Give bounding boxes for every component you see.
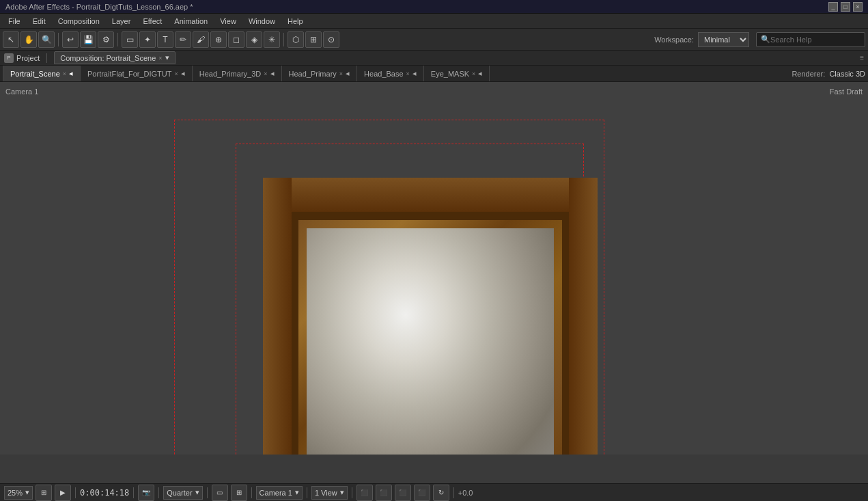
rotate-btn[interactable]: ↻ <box>433 485 449 501</box>
clone-tool[interactable]: ⊕ <box>210 31 227 48</box>
renderer-value: Classic 3D <box>829 70 865 78</box>
tab-chevron-icon[interactable]: ◂ <box>478 69 482 78</box>
menu-bar: File Edit Composition Layer Effect Anima… <box>0 14 868 29</box>
search-input[interactable] <box>770 36 859 44</box>
close-button[interactable]: × <box>853 2 863 12</box>
status-sep-8 <box>453 487 454 498</box>
undo-tool[interactable]: ↩ <box>62 31 79 48</box>
camera-orbit-tool[interactable]: ⊙ <box>323 31 339 48</box>
col-btn-2[interactable]: ⬛ <box>376 485 392 501</box>
renderer-label: Renderer: <box>792 70 829 78</box>
chevron-icon[interactable]: ▾ <box>165 53 169 62</box>
camera-chevron-icon: ▾ <box>295 488 299 497</box>
toolbar: ↖ ✋ 🔍 ↩ 💾 ⚙ ▭ ✦ T ✏ 🖌 ⊕ ◻ ◈ ✳ ⬡ ⊞ ⊙ Work… <box>0 29 868 51</box>
tab-chevron-icon[interactable]: ◂ <box>270 69 275 78</box>
menu-effect[interactable]: Effect <box>137 16 167 27</box>
3d-box-tool[interactable]: ⬡ <box>288 31 304 48</box>
menu-view[interactable]: View <box>214 16 242 27</box>
preview-btn[interactable]: ▶ <box>55 485 71 501</box>
tab-chevron-icon[interactable]: ◂ <box>412 69 417 78</box>
resolution-dropdown[interactable]: Quarter ▾ <box>163 486 202 500</box>
hand-tool[interactable]: ✋ <box>20 31 37 48</box>
menu-animation[interactable]: Animation <box>169 16 213 27</box>
tab-chevron-icon[interactable]: ◂ <box>346 69 350 78</box>
wooden-frame <box>263 178 598 455</box>
menu-edit[interactable]: Edit <box>27 16 51 27</box>
status-sep-7 <box>352 487 352 498</box>
tab-close-icon[interactable]: × <box>264 70 267 77</box>
region-btn[interactable]: ▭ <box>212 485 228 501</box>
close-tab-icon[interactable]: × <box>158 55 162 62</box>
app-title: Adobe After Effects - Portrait_DigtTuts_… <box>5 3 828 11</box>
resolution-value: Quarter <box>167 489 192 497</box>
comp-tab-head-primary[interactable]: Head_Primary × ◂ <box>282 66 358 81</box>
pen-tool[interactable]: ✏ <box>175 31 191 48</box>
camera-icon-btn[interactable]: 📷 <box>138 485 154 501</box>
menu-help[interactable]: Help <box>282 16 309 27</box>
comp-tab-head-base[interactable]: Head_Base × ◂ <box>357 66 424 81</box>
star-tool[interactable]: ✦ <box>139 31 156 48</box>
save-tool[interactable]: 💾 <box>80 31 96 48</box>
comp-tab-label: Head_Base <box>364 70 404 78</box>
tab-close-icon[interactable]: × <box>339 70 343 77</box>
view-dropdown[interactable]: 1 View ▾ <box>311 486 348 500</box>
offset-value: +0.0 <box>458 489 473 497</box>
type-tool[interactable]: T <box>157 31 173 48</box>
tab-chevron-icon[interactable]: ◂ <box>181 69 185 78</box>
menu-layer[interactable]: Layer <box>107 16 137 27</box>
comp-tab-label: Head_Primary_3D <box>199 70 261 78</box>
comp-tab-portraitflat[interactable]: PortraitFlat_For_DIGTUT × ◂ <box>81 66 193 81</box>
search-icon: 🔍 <box>761 35 770 44</box>
project-label: Project <box>16 54 40 62</box>
status-sep-5 <box>251 487 252 498</box>
workspace-select[interactable]: Minimal Standard <box>698 32 749 47</box>
camera-value: Camera 1 <box>260 489 292 497</box>
comp-tab-label: Portrait_Scene <box>10 70 60 78</box>
status-sep-2 <box>133 487 134 498</box>
tab-close-icon[interactable]: × <box>472 70 475 77</box>
menu-file[interactable]: File <box>3 16 26 27</box>
col-btn-1[interactable]: ⬛ <box>356 485 373 501</box>
window-controls: _ □ × <box>828 2 863 12</box>
col-btn-4[interactable]: ⬛ <box>414 485 430 501</box>
camera-label: Camera 1 <box>5 87 38 96</box>
maximize-button[interactable]: □ <box>841 2 850 12</box>
inner-mat <box>307 228 554 455</box>
tab-close-icon[interactable]: × <box>406 70 410 77</box>
tab-close-icon[interactable]: × <box>63 70 66 77</box>
comp-tab-label: Eye_MASK <box>431 70 469 78</box>
menu-window[interactable]: Window <box>243 16 281 27</box>
frame-top <box>263 178 598 212</box>
view-value: 1 View <box>315 489 337 497</box>
roto-tool[interactable]: ◈ <box>246 31 262 48</box>
comp-tab-label: PortraitFlat_For_DIGTUT <box>87 70 171 78</box>
comp-tab-portrait-scene[interactable]: Portrait_Scene × ◂ <box>3 66 81 81</box>
anchor-tool[interactable]: ⊞ <box>305 31 322 48</box>
panel-sep <box>46 53 47 63</box>
fit-to-comp-btn[interactable]: ⊞ <box>36 485 52 501</box>
zoom-tool[interactable]: 🔍 <box>38 31 55 48</box>
status-bar: 25% ▾ ⊞ ▶ 0:00:14:18 📷 Quarter ▾ ▭ ⊞ Cam… <box>0 483 868 501</box>
camera-dropdown[interactable]: Camera 1 ▾ <box>256 486 303 500</box>
menu-composition[interactable]: Composition <box>53 16 105 27</box>
toggle-tool[interactable]: ⚙ <box>98 31 114 48</box>
comp-tab-head-3d[interactable]: Head_Primary_3D × ◂ <box>193 66 282 81</box>
tab-chevron-icon[interactable]: ◂ <box>69 69 73 78</box>
selection-tool[interactable]: ↖ <box>3 31 19 48</box>
view-chevron-icon: ▾ <box>340 488 344 497</box>
composition-tab[interactable]: Composition: Portrait_Scene × ▾ <box>54 51 175 64</box>
brush-tool[interactable]: 🖌 <box>193 31 209 48</box>
tab-close-icon[interactable]: × <box>175 70 178 77</box>
minimize-button[interactable]: _ <box>828 2 838 12</box>
checkerboard-btn[interactable]: ⊞ <box>231 485 247 501</box>
zoom-dropdown[interactable]: 25% ▾ <box>4 486 33 500</box>
frame-right <box>569 178 598 455</box>
eraser-tool[interactable]: ◻ <box>228 31 244 48</box>
panel-options-icon[interactable]: ≡ <box>860 54 864 62</box>
col-btn-3[interactable]: ⬛ <box>395 485 411 501</box>
tool-sep-3 <box>283 33 284 46</box>
main-viewport: Camera 1 Fast Draft ✳ ✳ Off (Final Quali… <box>0 82 868 455</box>
rect-tool[interactable]: ▭ <box>122 31 138 48</box>
puppet-tool[interactable]: ✳ <box>264 31 280 48</box>
comp-tab-eye-mask[interactable]: Eye_MASK × ◂ <box>424 66 490 81</box>
